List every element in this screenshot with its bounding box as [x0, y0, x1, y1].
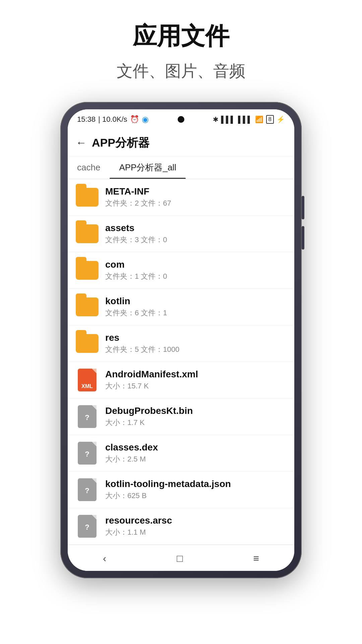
file-item-resources-arsc[interactable]: ? resources.arsc 大小：1.1 M: [68, 508, 294, 545]
tab-all[interactable]: APP分析器_all: [110, 156, 186, 179]
file-info-kotlin: kotlin 文件夹：6 文件：1: [105, 296, 286, 318]
clock-icon: ⏰: [130, 115, 139, 124]
page-subtitle: 文件、图片、音频: [117, 60, 245, 82]
bottom-nav: ‹ □ ≡: [68, 545, 294, 571]
battery-icon: 8: [266, 115, 274, 124]
file-info-classes-dex: classes.dex 大小：2.5 M: [105, 442, 286, 464]
signal-icon: ▌▌▌: [221, 116, 236, 123]
status-left: 15:38 | 10.0K/s ⏰ ◉: [77, 115, 149, 124]
file-item-com[interactable]: com 文件夹：1 文件：0: [68, 252, 294, 289]
volume-down-button: [302, 226, 304, 250]
app-icon: ◉: [142, 115, 149, 124]
nav-recents-button[interactable]: ≡: [240, 549, 273, 568]
phone-screen: 15:38 | 10.0K/s ⏰ ◉ ✱ ▌▌▌ ▌▌▌ 📶 8 ⚡ ←: [68, 109, 294, 571]
home-nav-icon: □: [177, 553, 183, 564]
back-nav-icon: ‹: [103, 553, 106, 564]
file-item-classes-dex[interactable]: ? classes.dex 大小：2.5 M: [68, 435, 294, 472]
folder-icon-meta-inf: [76, 186, 99, 209]
file-info-meta-inf: META-INF 文件夹：2 文件：67: [105, 186, 286, 208]
folder-icon-kotlin: [76, 296, 99, 318]
camera-dot: [178, 116, 184, 123]
generic-file-icon-debug-probes: ?: [76, 405, 99, 428]
file-info-resources-arsc: resources.arsc 大小：1.1 M: [105, 515, 286, 537]
generic-file-icon-resources-arsc: ?: [76, 515, 99, 538]
nav-back-button[interactable]: ‹: [89, 549, 120, 568]
file-info-debug-probes: DebugProbesKt.bin 大小：1.7 K: [105, 406, 286, 428]
generic-file-icon-classes-dex: ?: [76, 442, 99, 465]
volume-up-button: [302, 196, 304, 219]
file-item-android-manifest[interactable]: XML AndroidManifest.xml 大小：15.7 K: [68, 362, 294, 398]
status-center: [178, 116, 184, 123]
file-item-kotlin[interactable]: kotlin 文件夹：6 文件：1: [68, 289, 294, 325]
file-item-kotlin-tooling[interactable]: ? kotlin-tooling-metadata.json 大小：625 B: [68, 472, 294, 508]
charging-icon: ⚡: [277, 115, 285, 123]
phone-mockup: 15:38 | 10.0K/s ⏰ ◉ ✱ ▌▌▌ ▌▌▌ 📶 8 ⚡ ←: [60, 102, 302, 578]
file-item-meta-inf[interactable]: META-INF 文件夹：2 文件：67: [68, 179, 294, 216]
status-speed: | 10.0K/s: [98, 115, 127, 124]
back-button[interactable]: ←: [76, 137, 86, 149]
file-item-assets[interactable]: assets 文件夹：3 文件：0: [68, 216, 294, 252]
folder-icon-com: [76, 259, 99, 282]
page-header: 应用文件 文件、图片、音频: [117, 20, 245, 82]
wifi-icon: 📶: [255, 115, 263, 123]
bluetooth-icon: ✱: [213, 115, 219, 123]
xml-file-icon: XML: [76, 369, 99, 391]
file-list: META-INF 文件夹：2 文件：67 assets 文件夹：3 文件：0: [68, 179, 294, 545]
toolbar: ← APP分析器: [68, 129, 294, 156]
file-info-kotlin-tooling: kotlin-tooling-metadata.json 大小：625 B: [105, 479, 286, 501]
file-info-com: com 文件夹：1 文件：0: [105, 259, 286, 281]
file-item-debug-probes[interactable]: ? DebugProbesKt.bin 大小：1.7 K: [68, 398, 294, 435]
toolbar-title: APP分析器: [92, 135, 149, 151]
tab-bar: cache APP分析器_all: [68, 156, 294, 179]
signal2-icon: ▌▌▌: [238, 116, 252, 123]
status-bar: 15:38 | 10.0K/s ⏰ ◉ ✱ ▌▌▌ ▌▌▌ 📶 8 ⚡: [68, 109, 294, 129]
status-time: 15:38: [77, 115, 96, 124]
folder-icon-res: [76, 332, 99, 355]
nav-home-button[interactable]: □: [163, 549, 196, 568]
file-item-res[interactable]: res 文件夹：5 文件：1000: [68, 325, 294, 362]
file-info-assets: assets 文件夹：3 文件：0: [105, 223, 286, 245]
generic-file-icon-kotlin-tooling: ?: [76, 478, 99, 501]
recents-nav-icon: ≡: [253, 553, 259, 564]
status-right: ✱ ▌▌▌ ▌▌▌ 📶 8 ⚡: [213, 115, 285, 124]
file-info-res: res 文件夹：5 文件：1000: [105, 332, 286, 355]
folder-icon-assets: [76, 222, 99, 245]
file-info-android-manifest: AndroidManifest.xml 大小：15.7 K: [105, 369, 286, 391]
page-title: 应用文件: [117, 20, 245, 52]
tab-cache[interactable]: cache: [68, 156, 110, 179]
